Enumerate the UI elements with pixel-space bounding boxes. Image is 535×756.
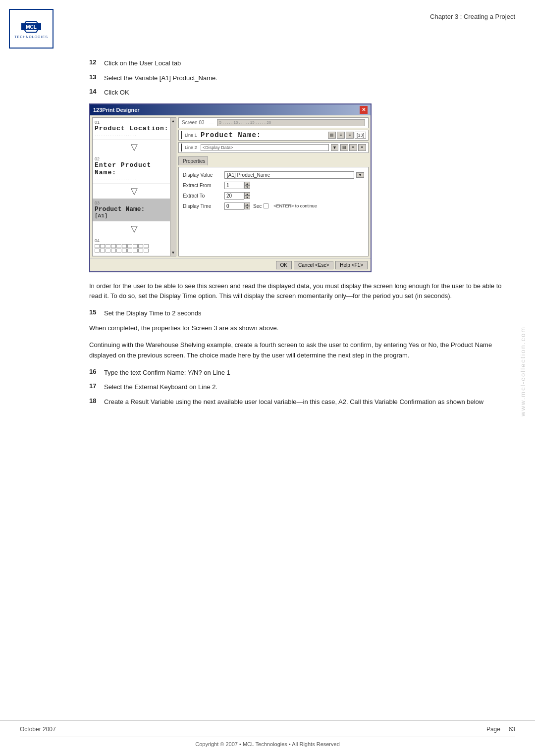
grid-cell bbox=[111, 249, 116, 252]
sec-label: Sec bbox=[253, 203, 262, 209]
extract-from-spinner[interactable]: ▲ ▼ bbox=[244, 182, 250, 189]
step-num-14: 14 bbox=[89, 88, 104, 95]
grid-cell bbox=[133, 249, 138, 252]
step-15: 15 Set the Display Time to 2 seconds bbox=[89, 308, 505, 318]
line1-label: Line 1 bbox=[185, 133, 199, 138]
step-17: 17 Select the External Keyboard on Line … bbox=[89, 382, 505, 392]
chapter-title: Chapter 3 : Creating a Project bbox=[430, 9, 515, 20]
dialog-right-panel: Screen 03 — 5 . . . . . 10 . . . . . 15 … bbox=[178, 117, 369, 256]
main-content: 12 Click on the User Local tab 13 Select… bbox=[0, 53, 535, 416]
dialog-left-panel: ▲ ▼ 01 Product Location: ...............… bbox=[92, 117, 176, 256]
page-footer: October 2007 Page 63 Copyright © 2007 • … bbox=[0, 720, 535, 756]
grid-cell bbox=[100, 244, 105, 248]
grid-cell bbox=[116, 249, 121, 252]
line1-text: Product Name: bbox=[201, 131, 326, 139]
prop-row-display-value: Display Value [A1] Product_Name ▼ bbox=[183, 171, 364, 179]
grid-cell bbox=[144, 244, 149, 248]
logo: MCL TECHNOLOGIES bbox=[9, 9, 54, 49]
display-time-spinner[interactable]: ▲ ▼ bbox=[244, 202, 250, 209]
body-para-2: When completed, the properties for Scree… bbox=[89, 323, 505, 334]
dialog-container: 123Print Designer ✕ ▲ ▼ 01 Product Locat… bbox=[89, 103, 505, 272]
tb-icon-3: ≡ bbox=[346, 132, 354, 139]
page-header: MCL TECHNOLOGIES Chapter 3 : Creating a … bbox=[0, 0, 535, 53]
grid-cell bbox=[106, 249, 110, 252]
step-num-17: 17 bbox=[89, 382, 104, 390]
step-text-16: Type the text Confirm Name: Y/N? on Line… bbox=[104, 368, 230, 378]
screen-01-dots: ................... bbox=[95, 132, 169, 137]
step-14: 14 Click OK bbox=[89, 88, 505, 98]
grid-cell bbox=[133, 244, 138, 248]
spinner-up[interactable]: ▲ bbox=[244, 182, 250, 185]
spinner-down-3[interactable]: ▼ bbox=[244, 206, 250, 209]
spinner-up-3[interactable]: ▲ bbox=[244, 202, 250, 206]
watermark-text: www.mcl-collection.com bbox=[519, 326, 527, 416]
line2-marker bbox=[181, 144, 182, 151]
grid-cell bbox=[111, 244, 116, 248]
screen-04-grid bbox=[95, 243, 169, 253]
dialog-close-button[interactable]: ✕ bbox=[360, 106, 368, 114]
body-para-3: Continuing with the Warehouse Shelving e… bbox=[89, 340, 505, 361]
prop-row-extract-to: Extract To 20 ▲ ▼ bbox=[183, 192, 364, 200]
properties-tab[interactable]: Properties bbox=[178, 156, 208, 165]
display-value-label: Display Value bbox=[183, 172, 222, 178]
grid-cell bbox=[95, 244, 100, 248]
screen-01-item[interactable]: 01 Product Location: ................... bbox=[93, 118, 176, 140]
grid-cell bbox=[144, 249, 149, 252]
ok-button[interactable]: OK bbox=[276, 261, 292, 269]
step-text-15: Set the Display Time to 2 seconds bbox=[104, 308, 202, 318]
spinner-down-2[interactable]: ▼ bbox=[244, 196, 250, 199]
footer-page: Page 63 bbox=[486, 726, 515, 733]
scroll-down-arrow[interactable]: ▼ bbox=[171, 250, 175, 256]
footer-copyright: Copyright © 2007 • MCL Technologies • Al… bbox=[20, 737, 515, 751]
step-text-17: Select the External Keyboard on Line 2. bbox=[104, 382, 217, 392]
help-button[interactable]: Help <F1> bbox=[335, 261, 368, 269]
step-13: 13 Select the Variable [A1] Product_Name… bbox=[89, 73, 505, 83]
step-16: 16 Type the text Confirm Name: Y/N? on L… bbox=[89, 368, 505, 378]
spinner-down[interactable]: ▼ bbox=[244, 185, 250, 189]
cancel-button[interactable]: Cancel <Esc> bbox=[294, 261, 333, 269]
screen-03-a1: [A1] bbox=[95, 213, 169, 219]
grid-cell bbox=[122, 244, 127, 248]
display-value-dropdown-btn[interactable]: ▼ bbox=[356, 172, 364, 178]
tb-icon-6: ≡ bbox=[358, 144, 366, 151]
screen-dash: — bbox=[210, 120, 214, 125]
step-num-13: 13 bbox=[89, 73, 104, 81]
line-marker bbox=[181, 131, 182, 139]
dialog-title: 123Print Designer bbox=[93, 107, 140, 113]
grid-cell bbox=[116, 244, 121, 248]
watermark: www.mcl-collection.com bbox=[510, 149, 535, 594]
screen-02-label: Enter Product Name: bbox=[95, 161, 169, 176]
screen-03-num: 03 bbox=[95, 201, 169, 205]
page-number: 63 bbox=[509, 726, 515, 733]
screen-04-item[interactable]: 04 bbox=[93, 236, 176, 256]
step-num-16: 16 bbox=[89, 368, 104, 375]
grid-cell bbox=[127, 249, 132, 252]
spinner-up-2[interactable]: ▲ bbox=[244, 192, 250, 196]
grid-cell bbox=[138, 249, 143, 252]
extract-to-field[interactable]: 20 bbox=[224, 192, 244, 200]
line2-area: Line 2 <Display Data> ▼ ▤ ≡ ≡ bbox=[178, 142, 369, 153]
svg-text:MCL: MCL bbox=[26, 24, 37, 30]
step-text-13: Select the Variable [A1] Product_Name. bbox=[104, 73, 217, 83]
prop-row-display-time: Display Time 0 ▲ ▼ Sec <ENTER> to contin… bbox=[183, 202, 364, 210]
properties-panel: Display Value [A1] Product_Name ▼ Extrac… bbox=[178, 167, 369, 256]
logo-technologies-text: TECHNOLOGIES bbox=[14, 35, 48, 39]
step-num-12: 12 bbox=[89, 58, 104, 66]
properties-tab-area: Properties bbox=[178, 156, 369, 165]
display-value-field[interactable]: [A1] Product_Name bbox=[224, 171, 354, 179]
line2-dropdown-value[interactable]: <Display Data> bbox=[201, 144, 329, 151]
screen-03-label: Product Name: bbox=[95, 205, 169, 213]
dropdown-arrow-icon[interactable]: ▼ bbox=[331, 144, 338, 151]
scroll-bar[interactable]: ▲ ▼ bbox=[170, 118, 176, 256]
dialog-titlebar: 123Print Designer ✕ bbox=[90, 104, 371, 115]
scroll-up-arrow[interactable]: ▲ bbox=[171, 118, 175, 124]
footer-date: October 2007 bbox=[20, 726, 56, 733]
screen-03-item[interactable]: 03 Product Name: [A1] bbox=[93, 199, 176, 221]
screen-02-item[interactable]: 02 Enter Product Name: .................… bbox=[93, 154, 176, 184]
display-time-field[interactable]: 0 bbox=[224, 202, 244, 210]
enter-continue-checkbox[interactable] bbox=[264, 203, 268, 208]
extract-to-spinner[interactable]: ▲ ▼ bbox=[244, 192, 250, 199]
screen-01-label: Product Location: bbox=[95, 125, 169, 132]
prop-row-extract-from: Extract From 1 ▲ ▼ bbox=[183, 182, 364, 189]
extract-from-field[interactable]: 1 bbox=[224, 182, 244, 189]
